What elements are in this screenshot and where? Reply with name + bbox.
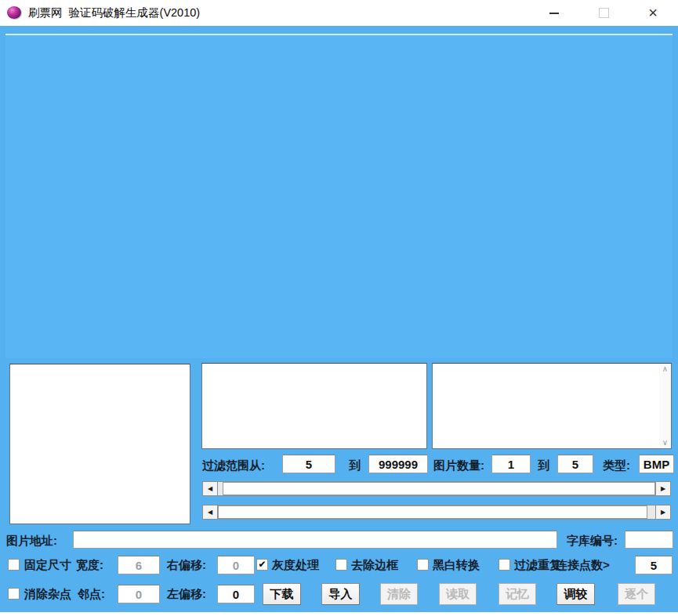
right-offset-input[interactable] <box>217 556 255 574</box>
memorize-button[interactable]: 记忆 <box>499 583 536 605</box>
minimize-button[interactable] <box>536 0 572 26</box>
app-window: 刷票网 验证码破解生成器(V2010) × ∧ ∨ 过滤范围从: 到 图片数量:… <box>0 0 678 616</box>
scrollbar-thumb[interactable] <box>218 505 647 519</box>
connect-points-label: 连接点数> <box>556 558 610 573</box>
vertical-scrollbar[interactable]: ∧ ∨ <box>659 364 671 448</box>
image-count-label: 图片数量: <box>433 458 484 473</box>
clear-button[interactable]: 清除 <box>380 583 418 605</box>
maximize-button[interactable] <box>586 0 622 26</box>
remove-noise-checkbox[interactable] <box>8 588 20 600</box>
filter-from-input[interactable] <box>282 455 335 473</box>
horizontal-scrollbar-2[interactable]: ◀ ▶ <box>202 505 671 520</box>
left-offset-label: 左偏移: <box>167 587 206 602</box>
read-button[interactable]: 读取 <box>439 583 477 605</box>
scrollbar-track[interactable] <box>218 481 655 496</box>
image-count-to-input[interactable] <box>557 455 593 473</box>
bw-convert-checkbox[interactable] <box>417 559 429 571</box>
scroll-left-icon[interactable]: ◀ <box>202 481 218 496</box>
image-count-from-input[interactable] <box>491 455 531 473</box>
scroll-left-icon[interactable]: ◀ <box>202 505 218 520</box>
remove-border-label: 去除边框 <box>351 558 398 573</box>
filter-duplicate-checkbox[interactable] <box>499 559 510 571</box>
left-offset-input[interactable] <box>217 585 255 603</box>
fixed-size-checkbox[interactable] <box>8 559 20 571</box>
remove-border-checkbox[interactable] <box>335 559 347 571</box>
right-offset-label: 右偏移: <box>167 558 206 573</box>
adjust-button[interactable]: 调较 <box>557 583 595 605</box>
scrollbar-thumb[interactable] <box>223 482 655 495</box>
grayscale-label: 灰度处理 <box>272 558 319 573</box>
preview-panel <box>9 364 190 524</box>
fixed-size-label: 固定尺寸 <box>24 558 71 573</box>
scrollbar-track[interactable] <box>218 505 655 520</box>
neighbor-label: 邻点: <box>78 587 105 602</box>
bw-convert-label: 黑白转换 <box>433 558 480 573</box>
filter-to-label: 到 <box>349 458 361 473</box>
image-address-input[interactable] <box>73 531 557 549</box>
captcha-canvas <box>5 34 673 358</box>
font-library-label: 字库编号: <box>567 534 618 549</box>
titlebar: 刷票网 验证码破解生成器(V2010) × <box>0 0 678 26</box>
download-button[interactable]: 下载 <box>263 583 301 605</box>
font-library-input[interactable] <box>625 531 673 549</box>
grayscale-checkbox[interactable]: ✔ <box>256 559 268 571</box>
scroll-down-icon[interactable]: ∨ <box>662 437 668 448</box>
image-count-to-label: 到 <box>538 458 549 473</box>
width-label: 宽度: <box>76 558 103 573</box>
result-listbox[interactable] <box>201 363 427 449</box>
maximize-icon <box>599 8 609 18</box>
image-type-input[interactable] <box>639 455 674 473</box>
image-address-label: 图片地址: <box>6 534 57 549</box>
minimize-icon <box>549 13 559 14</box>
import-button[interactable]: 导入 <box>321 583 360 605</box>
connect-points-input[interactable] <box>635 556 673 574</box>
scroll-right-icon[interactable]: ▶ <box>655 505 671 520</box>
close-button[interactable]: × <box>635 0 671 26</box>
close-icon: × <box>648 4 658 22</box>
filter-range-label: 过滤范围从: <box>202 458 265 473</box>
app-icon <box>7 6 21 19</box>
window-body: ∧ ∨ 过滤范围从: 到 图片数量: 到 类型: ◀ ▶ ◀ ▶ 图片地址: 字… <box>0 26 678 612</box>
remove-noise-label: 消除杂点 <box>24 587 71 602</box>
scroll-up-icon[interactable]: ∧ <box>662 364 668 375</box>
log-listbox[interactable]: ∧ ∨ <box>432 363 672 449</box>
scroll-right-icon[interactable]: ▶ <box>655 481 671 496</box>
filter-to-input[interactable] <box>368 455 428 473</box>
horizontal-scrollbar-1[interactable]: ◀ ▶ <box>202 481 671 496</box>
window-title: 刷票网 验证码破解生成器(V2010) <box>28 0 200 26</box>
image-type-label: 类型: <box>603 458 630 473</box>
width-input[interactable] <box>118 556 160 574</box>
filter-duplicate-label: 过滤重复 <box>514 558 561 573</box>
neighbor-input[interactable] <box>118 585 160 603</box>
one-by-one-button[interactable]: 逐个 <box>618 583 655 605</box>
